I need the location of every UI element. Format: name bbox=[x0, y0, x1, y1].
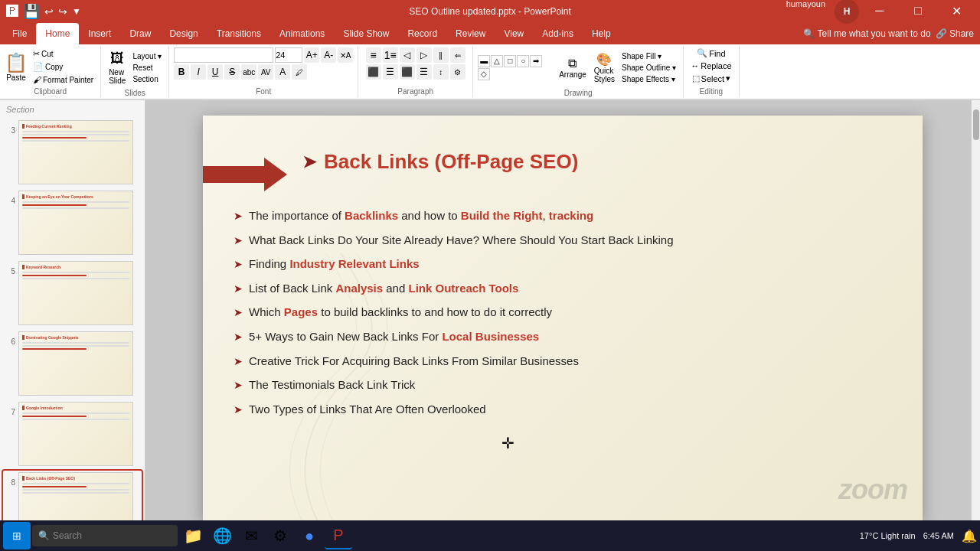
tab-insert[interactable]: Insert bbox=[79, 23, 120, 44]
font-size-input[interactable] bbox=[275, 47, 302, 63]
redo-icon[interactable]: ↪ bbox=[58, 5, 67, 18]
slide-line-4-1 bbox=[22, 201, 129, 203]
share-button[interactable]: 🔗 Share bbox=[936, 28, 974, 39]
select-btn[interactable]: ⬚ Select ▾ bbox=[690, 73, 733, 84]
increase-indent-btn[interactable]: ▷ bbox=[416, 47, 432, 63]
justify-btn[interactable]: ☰ bbox=[416, 64, 432, 80]
tab-file[interactable]: File bbox=[3, 23, 36, 44]
reset-btn[interactable]: Reset bbox=[130, 63, 164, 73]
start-button[interactable]: ⊞ bbox=[3, 522, 31, 549]
shape-5[interactable]: ➡ bbox=[530, 55, 542, 67]
slide-thumb-4[interactable]: 4 Keeping an Eye on Your Competitors bbox=[3, 189, 142, 256]
shape-1[interactable]: ▬ bbox=[478, 55, 490, 67]
tab-home[interactable]: Home bbox=[36, 23, 79, 44]
taskbar-explorer[interactable]: 📁 bbox=[179, 522, 207, 549]
customize-qat-icon[interactable]: ▼ bbox=[72, 6, 81, 17]
font-size-increase-btn[interactable]: A+ bbox=[304, 47, 319, 63]
taskbar-weather: 17°C Light rain bbox=[860, 531, 916, 540]
taskbar-notification[interactable]: 🔔 bbox=[962, 529, 977, 543]
tab-record[interactable]: Record bbox=[398, 23, 446, 44]
taskbar-powerpoint[interactable]: P bbox=[325, 522, 352, 549]
tab-addins[interactable]: Add-ins bbox=[533, 23, 583, 44]
section-label: Section bbox=[3, 103, 142, 116]
align-left-btn[interactable]: ⬛ bbox=[366, 64, 381, 80]
font-color-btn[interactable]: A bbox=[275, 64, 290, 80]
tab-transitions[interactable]: Transitions bbox=[207, 23, 270, 44]
format-painter-icon: 🖌 bbox=[33, 75, 41, 84]
shape-fill-btn[interactable]: Shape Fill ▾ bbox=[619, 51, 678, 61]
italic-btn[interactable]: I bbox=[191, 64, 206, 80]
maximize-button[interactable]: □ bbox=[900, 0, 936, 22]
replace-icon: ↔ bbox=[691, 61, 699, 70]
quick-styles-btn[interactable]: 🎨 QuickStyles bbox=[591, 47, 618, 87]
taskbar-edge[interactable]: 🌐 bbox=[208, 522, 236, 549]
shadow-btn[interactable]: abc bbox=[241, 64, 256, 80]
highlight-btn[interactable]: 🖊 bbox=[292, 64, 307, 80]
tab-draw[interactable]: Draw bbox=[120, 23, 160, 44]
copy-label: Copy bbox=[45, 63, 63, 71]
taskbar-mail[interactable]: ✉ bbox=[237, 522, 265, 549]
slide-line-7-3 bbox=[22, 419, 129, 420]
find-btn[interactable]: 🔍 Find bbox=[694, 47, 727, 59]
copy-btn[interactable]: 📄Copy bbox=[31, 61, 96, 73]
tab-animations[interactable]: Animations bbox=[270, 23, 334, 44]
slide-thumb-5[interactable]: 5 Keyword Research bbox=[3, 259, 142, 327]
tab-slideshow[interactable]: Slide Show bbox=[334, 23, 398, 44]
rtl-btn[interactable]: ⇐ bbox=[450, 47, 466, 63]
font-size-decrease-btn[interactable]: A- bbox=[321, 47, 336, 63]
tell-me-what[interactable]: 🔍 Tell me what you want to do bbox=[803, 28, 930, 39]
close-button[interactable]: ✕ bbox=[939, 0, 974, 22]
arrow-body bbox=[203, 166, 264, 183]
tab-review[interactable]: Review bbox=[446, 23, 495, 44]
app-icon: 🅿 bbox=[6, 5, 18, 18]
slide-thumb-7[interactable]: 7 Google Introduction bbox=[3, 400, 142, 468]
save-icon[interactable]: 💾 bbox=[23, 3, 40, 20]
cut-btn[interactable]: ✂Cut bbox=[31, 48, 96, 60]
smartart-btn[interactable]: ⚙ bbox=[450, 64, 466, 80]
shape-effects-btn[interactable]: Shape Effects ▾ bbox=[619, 74, 678, 84]
layout-btn[interactable]: Layout ▾ bbox=[130, 51, 164, 61]
clear-format-btn[interactable]: ✕A bbox=[338, 47, 353, 63]
bullet-arrow-2: ➤ bbox=[234, 233, 243, 249]
format-painter-btn[interactable]: 🖌Format Painter bbox=[31, 74, 96, 85]
undo-icon[interactable]: ↩ bbox=[44, 5, 54, 18]
user-avatar[interactable]: H bbox=[835, 0, 859, 24]
section-btn[interactable]: Section bbox=[130, 74, 164, 84]
line-spacing-btn[interactable]: ↕ bbox=[433, 64, 449, 80]
col-btn[interactable]: ‖ bbox=[433, 47, 449, 63]
bullets-btn[interactable]: ≡ bbox=[366, 47, 381, 63]
slide-main[interactable]: ➤ Back Links (Off-Page SEO) ➤ The import… bbox=[203, 116, 923, 521]
shape-4[interactable]: ○ bbox=[517, 55, 529, 67]
char-spacing-btn[interactable]: AV bbox=[258, 64, 273, 80]
minimize-button[interactable]: ─ bbox=[862, 0, 897, 22]
shape-6[interactable]: ◇ bbox=[478, 68, 490, 80]
slide-mini-title-3: Feeding Current Ranking bbox=[22, 124, 129, 129]
shape-2[interactable]: △ bbox=[491, 55, 503, 67]
copy-icon: 📄 bbox=[33, 62, 44, 72]
taskbar-search[interactable]: 🔍 Search bbox=[32, 525, 178, 546]
arrow-container bbox=[203, 158, 287, 191]
decrease-indent-btn[interactable]: ◁ bbox=[400, 47, 415, 63]
arrange-btn[interactable]: ⧉ Arrange bbox=[556, 47, 590, 87]
align-center-btn[interactable]: ☰ bbox=[383, 64, 398, 80]
underline-btn[interactable]: U bbox=[207, 64, 223, 80]
tab-view[interactable]: View bbox=[495, 23, 533, 44]
replace-btn[interactable]: ↔ Replace bbox=[688, 60, 733, 71]
new-slide-btn[interactable]: 🖼 NewSlide bbox=[106, 47, 129, 87]
tab-help[interactable]: Help bbox=[583, 23, 620, 44]
numbering-btn[interactable]: 1≡ bbox=[383, 47, 398, 63]
strikethrough-btn[interactable]: S bbox=[224, 64, 240, 80]
align-right-btn[interactable]: ⬛ bbox=[400, 64, 415, 80]
right-scrollbar[interactable] bbox=[971, 100, 980, 536]
taskbar-settings[interactable]: ⚙ bbox=[266, 522, 294, 549]
font-name-input[interactable] bbox=[174, 47, 273, 63]
paste-btn[interactable]: 📋 Paste bbox=[5, 52, 28, 82]
tab-design[interactable]: Design bbox=[160, 23, 207, 44]
taskbar-chrome[interactable]: ● bbox=[296, 522, 323, 549]
group-font: A+ A- ✕A B I U S abc AV A 🖊 Font bbox=[169, 46, 358, 97]
slide-thumb-6[interactable]: 6 Dominating Google Snippets bbox=[3, 330, 142, 397]
bold-btn[interactable]: B bbox=[174, 64, 189, 80]
slide-thumb-3[interactable]: 3 Feeding Current Ranking bbox=[3, 119, 142, 186]
shape-3[interactable]: □ bbox=[504, 55, 516, 67]
shape-outline-btn[interactable]: Shape Outline ▾ bbox=[619, 63, 678, 73]
